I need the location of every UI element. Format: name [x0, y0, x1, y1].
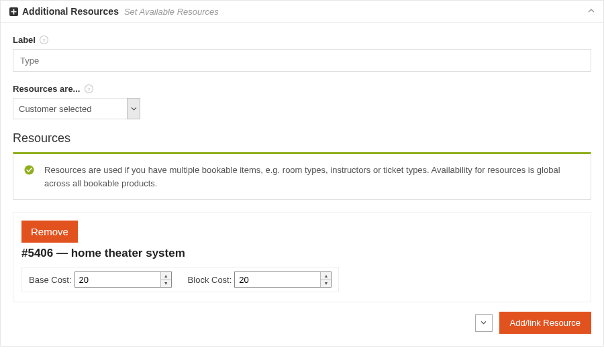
notice-text: Resources are used if you have multiple … [44, 165, 560, 188]
help-icon[interactable]: ? [84, 84, 93, 94]
label-field-row: Label ? [13, 35, 591, 72]
svg-rect-2 [13, 9, 14, 14]
help-icon[interactable]: ? [40, 36, 49, 45]
base-cost-input[interactable] [74, 271, 172, 288]
panel-title: Additional Resources [22, 6, 119, 17]
collapse-icon[interactable] [587, 7, 595, 17]
svg-point-7 [25, 166, 34, 175]
svg-text:?: ? [87, 86, 91, 93]
base-cost-label: Base Cost: [29, 275, 72, 285]
cost-row: Base Cost: ▲▼ Block Cost: ▲▼ [21, 267, 339, 292]
block-cost-input[interactable] [234, 271, 332, 288]
svg-text:?: ? [43, 38, 46, 44]
resources-are-label: Resources are... [13, 84, 80, 94]
panel-subtitle: Set Available Resources [124, 7, 219, 17]
panel-header: Additional Resources Set Available Resou… [1, 1, 603, 23]
resource-card: Remove #5406 — home theater system Base … [13, 212, 591, 302]
resources-are-select[interactable] [13, 98, 140, 119]
additional-resources-panel: Additional Resources Set Available Resou… [0, 0, 604, 347]
block-cost-label: Block Cost: [188, 275, 232, 285]
resources-heading: Resources [13, 131, 591, 145]
resources-notice: Resources are used if you have multiple … [13, 152, 591, 200]
label-input[interactable] [13, 49, 591, 72]
expand-icon[interactable] [9, 7, 18, 16]
panel-body: Label ? Resources are... ? Resource [1, 23, 603, 346]
add-link-resource-button[interactable]: Add/link Resource [499, 312, 592, 334]
remove-button[interactable]: Remove [21, 221, 78, 243]
resources-are-row: Resources are... ? [13, 84, 591, 119]
footer-row: Add/link Resource [13, 312, 591, 341]
check-circle-icon [24, 165, 34, 179]
resource-title: #5406 — home theater system [21, 247, 583, 260]
label-field-label: Label [13, 35, 36, 45]
resource-picker-select[interactable] [475, 314, 493, 332]
